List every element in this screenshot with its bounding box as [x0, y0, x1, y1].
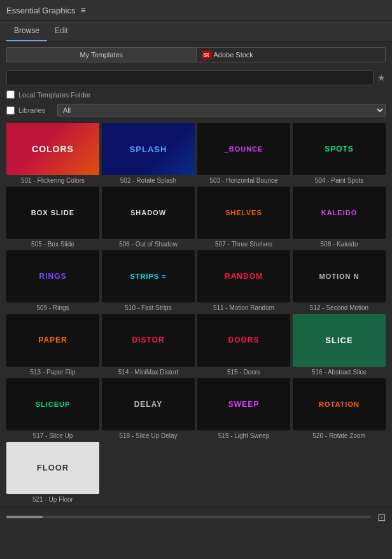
template-thumb-502: SPLASH	[102, 123, 195, 175]
libraries-row: Libraries All	[0, 101, 392, 119]
libraries-label: Libraries	[18, 106, 53, 114]
template-thumb-510: STRIPS =	[102, 250, 195, 302]
app-window: Essential Graphics ≡ Browse Edit My Temp…	[0, 0, 392, 527]
template-thumb-503: _BOUNCE	[197, 123, 290, 175]
template-label-510: 510 - Fast Strips	[102, 304, 195, 311]
bottom-bar: ⊡	[0, 507, 392, 527]
progress-bar	[6, 516, 371, 518]
stock-badge: St	[202, 51, 211, 59]
template-thumb-518: DELAY	[102, 378, 195, 430]
star-icon[interactable]: ★	[377, 73, 386, 83]
template-item-514[interactable]: DISTOR514 - MiniMax Distort	[102, 314, 195, 375]
template-thumb-506: SHADOW	[102, 187, 195, 239]
template-thumb-519: SWEEP	[197, 378, 290, 430]
template-label-501: 501 - Flickering Colors	[6, 177, 99, 184]
template-label-516: 516 - Abstract Slice	[293, 369, 386, 376]
template-thumb-507: SHELVES	[197, 187, 290, 239]
search-wrapper: 🔍	[6, 70, 374, 85]
template-item-508[interactable]: KALEIDO508 - Kaleido	[293, 187, 386, 248]
template-label-507: 507 - Three Shelves	[197, 241, 290, 248]
template-thumb-517: SLICEUP	[6, 378, 99, 430]
template-thumb-513: PAPER	[6, 314, 99, 366]
template-thumb-509: RINGS	[6, 250, 99, 302]
template-label-509: 509 - Rings	[6, 304, 99, 311]
template-item-520[interactable]: ROTATION520 - Rotate Zoom	[293, 378, 386, 439]
top-buttons: My Templates St Adobe Stock	[0, 42, 392, 67]
template-label-505: 505 - Box Slide	[6, 241, 99, 248]
libraries-checkbox[interactable]	[6, 106, 15, 115]
my-templates-button[interactable]: My Templates	[6, 47, 197, 62]
template-label-519: 519 - Light Sweep	[197, 432, 290, 439]
tab-edit[interactable]: Edit	[47, 21, 76, 41]
template-item-512[interactable]: MOTION N512 - Second Motion	[293, 250, 386, 311]
template-label-514: 514 - MiniMax Distort	[102, 369, 195, 376]
template-thumb-516: SLICE	[293, 314, 386, 366]
template-thumb-508: KALEIDO	[293, 187, 386, 239]
template-label-508: 508 - Kaleido	[293, 241, 386, 248]
template-item-505[interactable]: BOX SLIDE505 - Box Slide	[6, 187, 99, 248]
template-item-502[interactable]: SPLASH502 - Rotate Splash	[102, 123, 195, 184]
adobe-stock-label: Adobe Stock	[214, 51, 253, 59]
local-templates-row: Local Templates Folder	[0, 88, 392, 101]
progress-fill	[6, 516, 43, 518]
template-item-516[interactable]: SLICE516 - Abstract Slice	[293, 314, 386, 375]
template-item-501[interactable]: COLORS501 - Flickering Colors	[6, 123, 99, 184]
template-label-517: 517 - Slice Up	[6, 432, 99, 439]
template-item-504[interactable]: SPOTS504 - Paint Spots	[293, 123, 386, 184]
template-thumb-505: BOX SLIDE	[6, 187, 99, 239]
template-thumb-520: ROTATION	[293, 378, 386, 430]
template-item-519[interactable]: SWEEP519 - Light Sweep	[197, 378, 290, 439]
template-label-502: 502 - Rotate Splash	[102, 177, 195, 184]
templates-grid: COLORS501 - Flickering ColorsSPLASH502 -…	[0, 119, 392, 507]
template-thumb-515: DOORS	[197, 314, 290, 366]
template-label-512: 512 - Second Motion	[293, 304, 386, 311]
template-thumb-501: COLORS	[6, 123, 99, 175]
local-templates-label: Local Templates Folder	[18, 91, 91, 99]
libraries-select[interactable]: All	[57, 104, 386, 117]
search-row: 🔍 ★	[0, 67, 392, 88]
template-item-517[interactable]: SLICEUP517 - Slice Up	[6, 378, 99, 439]
template-thumb-504: SPOTS	[293, 123, 386, 175]
template-item-506[interactable]: SHADOW506 - Out of Shadow	[102, 187, 195, 248]
template-label-504: 504 - Paint Spots	[293, 177, 386, 184]
template-item-515[interactable]: DOORS515 - Doors	[197, 314, 290, 375]
template-label-506: 506 - Out of Shadow	[102, 241, 195, 248]
template-thumb-511: RANDOM	[197, 250, 290, 302]
template-item-513[interactable]: PAPER513 - Paper Flip	[6, 314, 99, 375]
template-thumb-521: FLOOR	[6, 442, 99, 494]
template-item-510[interactable]: STRIPS =510 - Fast Strips	[102, 250, 195, 311]
template-label-511: 511 - Motion Random	[197, 304, 290, 311]
template-item-521[interactable]: FLOOR521 - Up Floor	[6, 442, 99, 503]
template-label-515: 515 - Doors	[197, 369, 290, 376]
template-label-521: 521 - Up Floor	[6, 496, 99, 503]
template-label-518: 518 - Slice Up Delay	[102, 432, 195, 439]
new-item-icon[interactable]: ⊡	[377, 511, 386, 523]
template-item-507[interactable]: SHELVES507 - Three Shelves	[197, 187, 290, 248]
template-item-511[interactable]: RANDOM511 - Motion Random	[197, 250, 290, 311]
template-label-503: 503 - Horizontal Bounce	[197, 177, 290, 184]
template-item-503[interactable]: _BOUNCE503 - Horizontal Bounce	[197, 123, 290, 184]
template-label-513: 513 - Paper Flip	[6, 369, 99, 376]
template-item-509[interactable]: RINGS509 - Rings	[6, 250, 99, 311]
local-templates-checkbox[interactable]	[6, 90, 15, 99]
adobe-stock-button[interactable]: St Adobe Stock	[197, 47, 386, 62]
template-label-520: 520 - Rotate Zoom	[293, 432, 386, 439]
template-item-518[interactable]: DELAY518 - Slice Up Delay	[102, 378, 195, 439]
template-thumb-512: MOTION N	[293, 250, 386, 302]
template-thumb-514: DISTOR	[102, 314, 195, 366]
app-title: Essential Graphics	[6, 6, 75, 15]
tab-browse[interactable]: Browse	[6, 21, 47, 41]
header: Essential Graphics ≡	[0, 0, 392, 21]
menu-icon[interactable]: ≡	[80, 5, 85, 15]
tabs-bar: Browse Edit	[0, 21, 392, 42]
search-input[interactable]	[6, 70, 374, 85]
